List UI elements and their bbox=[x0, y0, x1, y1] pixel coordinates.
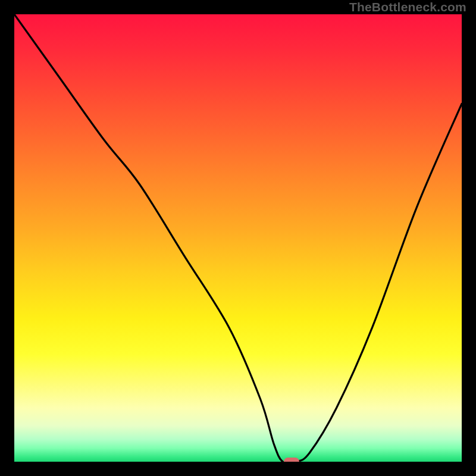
optimal-point-marker bbox=[284, 458, 299, 462]
plot-area bbox=[14, 14, 462, 462]
bottleneck-curve bbox=[14, 14, 462, 462]
curve-svg bbox=[14, 14, 462, 462]
watermark-label: TheBottleneck.com bbox=[349, 0, 466, 14]
chart-frame: TheBottleneck.com bbox=[0, 0, 476, 476]
